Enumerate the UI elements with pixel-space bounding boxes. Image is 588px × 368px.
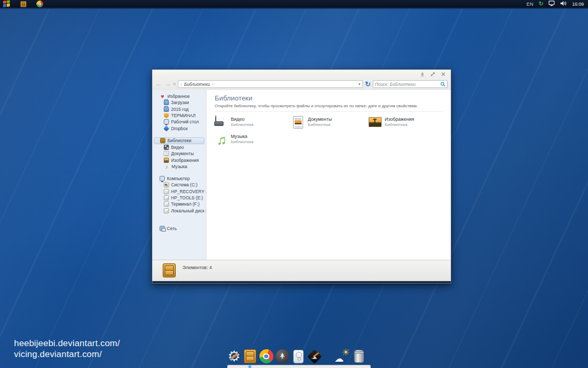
history-dropdown-button[interactable]: [173, 83, 176, 85]
address-bar[interactable]: › Библиотеки › ▾: [178, 80, 363, 88]
sidebar-item-2015[interactable]: 2015 год: [152, 106, 206, 112]
computer-icon: [160, 176, 165, 181]
sidebar-item-network[interactable]: Сеть: [152, 225, 206, 232]
heart-icon: ♥: [160, 94, 165, 99]
shield-icon: [164, 113, 169, 118]
film-reel-icon: [215, 116, 228, 129]
chrome-launcher-icon[interactable]: [36, 1, 43, 7]
trash-icon[interactable]: [351, 348, 366, 364]
system-settings-icon[interactable]: ⚙: [227, 348, 241, 364]
music-note-icon: ♪: [164, 164, 169, 169]
forward-button[interactable]: →: [164, 81, 171, 87]
drive-icon: [164, 208, 169, 213]
sidebar-item-drive-g[interactable]: Локальный диск (G:): [152, 207, 206, 213]
desktop-icon: [164, 119, 169, 124]
sidebar-item-music[interactable]: ♪Музыка: [152, 163, 206, 170]
breadcrumb-chevron: ›: [180, 82, 182, 87]
sidebar-item-libraries[interactable]: Библиотеки: [154, 137, 204, 144]
folder-icon: [164, 100, 169, 105]
photo-icon: [369, 116, 382, 129]
file-manager-icon[interactable]: [243, 348, 257, 364]
file-manager-launcher-icon[interactable]: [20, 1, 27, 7]
cabinet-icon: [163, 263, 176, 277]
watermark-text: heebijeebi.deviantart.com/ vicing.devian…: [14, 338, 120, 360]
weather-icon[interactable]: ☀ ☁ ''': [334, 349, 350, 364]
status-bar: Элементов: 4: [152, 260, 451, 281]
navigation-pane: ♥Избранное Загрузки 2015 год ТЕРМИНАЛ Ра…: [152, 90, 206, 260]
search-icon[interactable]: [440, 82, 446, 87]
image-icon: [164, 158, 169, 163]
language-indicator[interactable]: EN: [527, 2, 534, 7]
folder-icon: [164, 107, 169, 112]
breadcrumb-chevron[interactable]: ›: [212, 82, 214, 87]
page-title: Библиотеки: [215, 94, 443, 102]
running-app-indicator: [249, 365, 251, 368]
restore-button[interactable]: [429, 71, 436, 77]
music-note-icon: ♫: [215, 133, 228, 146]
library-item-music[interactable]: ♫ МузыкаБиблиотека: [215, 133, 292, 150]
window-bottom-edge: [152, 281, 451, 283]
file-list-pane: Библиотеки Откройте библиотеку, чтобы пр…: [206, 90, 451, 260]
explorer-window: ← → › Библиотеки › ▾ ↻ ♥Избранное Загруз…: [152, 69, 451, 284]
document-icon: [164, 151, 169, 156]
top-taskbar: EN ↻ 16:09: [0, 0, 588, 9]
drive-icon: [164, 195, 169, 200]
drive-icon: [164, 201, 169, 207]
drive-icon: [164, 189, 169, 194]
close-button[interactable]: [439, 71, 447, 77]
refresh-icon[interactable]: ↻: [365, 81, 371, 87]
library-item-pictures[interactable]: ИзображенияБиблиотека: [369, 116, 446, 133]
document-page-icon: [292, 116, 305, 129]
window-titlebar[interactable]: [152, 70, 451, 78]
system-drive-icon: [164, 182, 169, 187]
dock: ⚙ ☀ ☁ ''': [227, 348, 366, 364]
item-count: Элементов: 4: [182, 265, 212, 270]
audio-device-icon[interactable]: [291, 348, 306, 364]
dropbox-icon: [163, 125, 169, 131]
library-item-documents[interactable]: ДокументыБиблиотека: [292, 116, 369, 133]
search-input[interactable]: [375, 82, 440, 87]
minimize-button[interactable]: [419, 71, 426, 77]
sidebar-item-downloads[interactable]: Загрузки: [152, 99, 206, 106]
clock[interactable]: 16:09: [572, 2, 584, 7]
updates-tray-icon[interactable]: ↻: [539, 1, 543, 7]
film-icon: [164, 145, 169, 150]
sidebar-item-drive-c[interactable]: Система (C:): [152, 182, 206, 188]
breadcrumb-path[interactable]: Библиотеки: [184, 82, 210, 87]
sidebar-item-terminal[interactable]: ТЕРМИНАЛ: [152, 112, 206, 119]
navigation-toolbar: ← → › Библиотеки › ▾ ↻: [152, 78, 451, 90]
sidebar-item-documents[interactable]: Документы: [152, 150, 206, 157]
search-box[interactable]: [373, 80, 448, 88]
back-button[interactable]: ←: [155, 81, 162, 87]
sidebar-item-desktop[interactable]: Рабочий стол: [152, 119, 206, 125]
inkscape-icon[interactable]: [307, 348, 322, 364]
page-subtitle: Откройте библиотеку, чтобы просмотреть ф…: [215, 104, 443, 112]
network-icon: [160, 226, 165, 231]
address-dropdown-icon[interactable]: ▾: [359, 82, 361, 86]
sidebar-item-computer[interactable]: Компьютер: [152, 175, 206, 182]
volume-tray-icon[interactable]: [560, 1, 567, 7]
rain-icon: ''': [337, 361, 341, 364]
sidebar-item-drive-f[interactable]: Терминал (F:): [152, 201, 206, 207]
library-item-videos[interactable]: ВидеоБиблиотека: [215, 116, 292, 133]
sidebar-item-pictures[interactable]: Изображения: [152, 157, 206, 163]
display-tray-icon[interactable]: [548, 1, 555, 7]
chrome-icon[interactable]: [259, 348, 273, 364]
falcon-app-icon[interactable]: [275, 348, 290, 364]
sidebar-item-dropbox[interactable]: Dropbox: [152, 125, 206, 131]
cabinet-icon: [160, 138, 165, 143]
sidebar-item-favorites[interactable]: ♥Избранное: [152, 93, 206, 99]
sidebar-item-drive-d[interactable]: HP_RECOVERY (D:): [152, 188, 206, 195]
library-grid: ВидеоБиблиотека ДокументыБиблиотека Изоб…: [215, 116, 443, 150]
sidebar-item-drive-e[interactable]: HP_TOOLS (E:): [152, 195, 206, 201]
start-menu-windows-icon[interactable]: [3, 0, 10, 7]
sidebar-item-videos[interactable]: Видео: [152, 144, 206, 150]
